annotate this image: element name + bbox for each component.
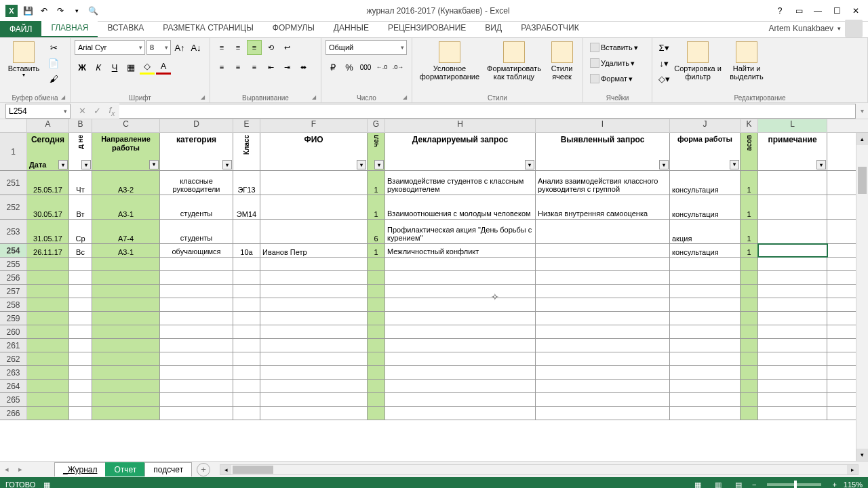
cell-A258[interactable] <box>27 298 69 311</box>
cell-B254[interactable]: Вс <box>69 244 92 257</box>
cell-H263[interactable] <box>385 366 536 379</box>
cell-H256[interactable] <box>385 271 536 284</box>
cell-D258[interactable] <box>160 298 233 311</box>
cell-G259[interactable] <box>368 312 385 325</box>
cell-F260[interactable] <box>260 325 368 338</box>
cell-I264[interactable] <box>536 380 670 392</box>
cell-G264[interactable] <box>368 380 385 392</box>
orientation-icon[interactable]: ⟲ <box>263 40 278 55</box>
row-header[interactable]: 1 <box>0 133 27 170</box>
cell-G260[interactable] <box>368 325 385 338</box>
decrease-font-icon[interactable]: A↓ <box>189 40 203 55</box>
col-header-K[interactable]: K <box>741 119 758 132</box>
cell-B255[interactable] <box>69 258 92 270</box>
wrap-text-icon[interactable]: ↩ <box>279 40 294 55</box>
decrease-decimal-icon[interactable]: .0→ <box>391 60 406 75</box>
cell-D256[interactable] <box>160 271 233 284</box>
cell-B258[interactable] <box>69 298 92 311</box>
cell-F253[interactable] <box>260 220 368 243</box>
cell-I265[interactable] <box>536 393 670 406</box>
cell-K251[interactable]: 1 <box>741 171 758 195</box>
cell-L265[interactable] <box>758 393 827 406</box>
cell-F259[interactable] <box>260 312 368 325</box>
cell-J254[interactable]: консультация <box>670 244 741 257</box>
cell-I259[interactable] <box>536 312 670 325</box>
bold-button[interactable]: Ж <box>75 60 90 75</box>
cell-I252[interactable]: Низкая внутренняя самооценка <box>536 195 670 219</box>
row-header[interactable]: 251 <box>0 171 27 195</box>
ribbon-display-icon[interactable]: ▭ <box>791 4 807 18</box>
cell-J255[interactable] <box>670 258 741 270</box>
cell-K261[interactable] <box>741 339 758 352</box>
cell-B253[interactable]: Ср <box>69 220 92 243</box>
format-as-table-button[interactable]: Форматировать как таблицу <box>486 40 542 89</box>
select-all-button[interactable] <box>0 119 27 132</box>
cell[interactable]: категория▾ <box>160 133 233 170</box>
cell-G253[interactable]: 6 <box>368 220 385 243</box>
sheet-tab-подсчет[interactable]: подсчет <box>144 462 192 476</box>
vscroll-thumb[interactable] <box>858 167 867 194</box>
cell-A252[interactable]: 30.05.17 <box>27 195 69 219</box>
align-left-icon[interactable]: ≡ <box>214 60 229 75</box>
cell-D254[interactable]: обучающимся <box>160 244 233 257</box>
row-header[interactable]: 257 <box>0 285 27 298</box>
cell-A266[interactable] <box>27 407 69 420</box>
cell-C263[interactable] <box>92 366 160 379</box>
accept-formula-icon[interactable]: ✓ <box>90 104 104 119</box>
ribbon-tab-разметка страницы[interactable]: РАЗМЕТКА СТРАНИЦЫ <box>153 20 263 37</box>
cell-A255[interactable] <box>27 258 69 270</box>
cell-L259[interactable] <box>758 312 827 325</box>
col-header-B[interactable]: B <box>69 119 92 132</box>
row-header[interactable]: 266 <box>0 407 27 420</box>
cell-I258[interactable] <box>536 298 670 311</box>
cell-K259[interactable] <box>741 312 758 325</box>
borders-icon[interactable]: ▦ <box>123 60 138 75</box>
cell-C262[interactable] <box>92 352 160 365</box>
cell-L258[interactable] <box>758 298 827 311</box>
cell-F251[interactable] <box>260 171 368 195</box>
cell-G262[interactable] <box>368 352 385 365</box>
number-format-combo[interactable]: Общий <box>326 40 407 55</box>
add-sheet-button[interactable]: + <box>197 463 210 476</box>
font-size-combo[interactable]: 8 <box>146 40 171 55</box>
ribbon-tab-разработчик[interactable]: РАЗРАБОТЧИК <box>511 20 589 37</box>
col-header-E[interactable]: E <box>233 119 260 132</box>
cell-D257[interactable] <box>160 285 233 298</box>
cell-D255[interactable] <box>160 258 233 270</box>
decrease-indent-icon[interactable]: ⇤ <box>263 60 278 75</box>
cell-K266[interactable] <box>741 407 758 420</box>
alignment-dialog-icon[interactable]: ◢ <box>312 94 319 101</box>
cell-I266[interactable] <box>536 407 670 420</box>
cell-I251[interactable]: Анализ взаимодействия классного руководи… <box>536 171 670 195</box>
cell-K257[interactable] <box>741 285 758 298</box>
cell-G251[interactable]: 1 <box>368 171 385 195</box>
cell-K252[interactable]: 1 <box>741 195 758 219</box>
filter-icon[interactable]: ▾ <box>357 160 366 169</box>
paste-button[interactable]: Вставить▾ <box>4 40 43 89</box>
cell[interactable]: асов <box>741 133 758 170</box>
delete-cells-button[interactable]: Удалить ▾ <box>587 56 637 70</box>
comma-icon[interactable]: 000 <box>358 60 373 75</box>
cell[interactable]: д не▾ <box>69 133 92 170</box>
cell-D251[interactable]: классные руководители <box>160 171 233 195</box>
cell-F254[interactable]: Иванов Петр <box>260 244 368 257</box>
cell-A256[interactable] <box>27 271 69 284</box>
sheet-tab-_Журнал[interactable]: _Журнал <box>54 462 106 476</box>
cell-H264[interactable] <box>385 380 536 392</box>
cell-G252[interactable]: 1 <box>368 195 385 219</box>
cell-G258[interactable] <box>368 298 385 311</box>
cell-D266[interactable] <box>160 407 233 420</box>
cell-E254[interactable]: 10а <box>233 244 260 257</box>
zoom-out-icon[interactable]: − <box>752 481 756 488</box>
filter-icon[interactable]: ▾ <box>58 160 68 169</box>
cell-F263[interactable] <box>260 366 368 379</box>
cell-E261[interactable] <box>233 339 260 352</box>
cell-L261[interactable] <box>758 339 827 352</box>
cell-K258[interactable] <box>741 298 758 311</box>
cell-L260[interactable] <box>758 325 827 338</box>
zoom-slider[interactable] <box>767 483 821 486</box>
col-header-D[interactable]: D <box>160 119 233 132</box>
expand-formula-icon[interactable]: ▾ <box>856 104 868 119</box>
scroll-up-icon[interactable]: ▴ <box>856 133 868 145</box>
cell-A259[interactable] <box>27 312 69 325</box>
